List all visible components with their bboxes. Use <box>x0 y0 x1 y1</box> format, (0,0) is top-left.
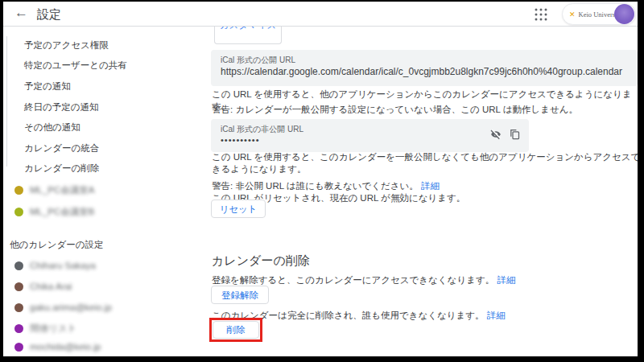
sidebar-calendar-item[interactable]: ML_PC会議室B <box>14 206 95 218</box>
sidebar-calendar-item[interactable]: ML_PC会議室A <box>14 184 95 196</box>
secret-url-description: この URL を使用すると、このカレンダーを一般公開しなくても他のアプリケーショ… <box>212 151 638 175</box>
sidebar-item-allday-notifications[interactable]: 終日の予定の通知 <box>24 101 99 113</box>
calendar-name-blurred: 間借リスト <box>30 323 76 335</box>
calendar-name-blurred: mochida@keio.jp <box>30 342 101 352</box>
details-link[interactable]: 詳細 <box>497 275 515 285</box>
reset-button[interactable]: リセット <box>211 200 266 218</box>
avatar[interactable] <box>614 4 634 24</box>
details-link[interactable]: 詳細 <box>421 181 440 191</box>
google-apps-grid-icon[interactable] <box>534 7 548 22</box>
account-pill[interactable]: ✕ Keio University <box>562 3 636 25</box>
app-header: ← 設定 ✕ Keio University <box>3 2 638 27</box>
sidebar-item-access-permissions[interactable]: 予定のアクセス権限 <box>24 39 109 51</box>
calendar-name-blurred: ML_PC会議室B <box>30 206 95 218</box>
delete-section-heading: カレンダーの削除 <box>212 253 310 269</box>
page-title: 設定 <box>37 7 61 23</box>
settings-main-panel: カスタマイズ iCal 形式の公開 URL https://calendar.g… <box>208 27 638 356</box>
sidebar-calendar-item[interactable]: gaku.arima@keio.jp <box>14 302 112 312</box>
sidebar-calendar-item[interactable]: Chiharu Sakaya <box>14 261 96 270</box>
sidebar-calendar-item[interactable]: 間借リスト <box>14 323 76 335</box>
keio-logo-icon: ✕ <box>569 10 576 19</box>
visibility-off-icon[interactable] <box>489 128 502 141</box>
customize-button[interactable]: カスタマイズ <box>214 27 282 44</box>
public-url-value[interactable]: https://calendar.google.com/calendar/ica… <box>221 66 631 77</box>
calendar-color-dot <box>14 208 23 216</box>
calendar-color-dot <box>14 303 23 312</box>
calendar-name-blurred: Chiharu Sakaya <box>30 261 96 270</box>
secret-url-label: iCal 形式の非公開 URL <box>221 124 303 135</box>
sidebar-calendar-item[interactable]: Chika Arai <box>14 282 72 291</box>
sidebar-indent-line <box>6 36 7 167</box>
sidebar-calendar-item[interactable]: mochida@keio.jp <box>14 342 101 352</box>
sidebar-item-event-notifications[interactable]: 予定の通知 <box>24 80 71 93</box>
calendar-color-dot <box>14 261 23 270</box>
details-link[interactable]: 詳細 <box>487 311 506 320</box>
delete-description: このカレンダーは完全に削除され、誰も使用できなくなります。 詳細 <box>212 310 506 322</box>
screenshot-frame: ← 設定 ✕ Keio University 予定のアクセス権限 <box>0 0 644 362</box>
public-ical-url-field: iCal 形式の公開 URL https://calendar.google.c… <box>211 50 638 86</box>
unsubscribe-button[interactable]: 登録解除 <box>211 286 269 304</box>
copy-icon[interactable] <box>509 128 521 141</box>
public-url-label: iCal 形式の公開 URL <box>221 55 295 66</box>
sidebar-item-share-with-users[interactable]: 特定のユーザーとの共有 <box>24 60 127 72</box>
other-calendars-section-title: 他のカレンダーの設定 <box>10 239 104 251</box>
calendar-name-blurred: ML_PC会議室A <box>30 184 95 196</box>
secret-url-warning: 警告: 非公開 URL は誰にも教えないでください。 詳細 <box>212 180 440 192</box>
settings-sidebar: 予定のアクセス権限 特定のユーザーとの共有 予定の通知 終日の予定の通知 その他… <box>3 27 208 356</box>
calendar-color-dot <box>14 324 23 333</box>
calendar-settings-window: ← 設定 ✕ Keio University 予定のアクセス権限 <box>3 2 638 356</box>
calendar-name-blurred: gaku.arima@keio.jp <box>30 302 112 312</box>
calendar-name-blurred: Chika Arai <box>30 282 72 291</box>
secret-url-masked-value: •••••••••• <box>221 135 260 145</box>
delete-button[interactable]: 削除 <box>213 321 259 339</box>
unsubscribe-description: 登録を解除すると、このカレンダーにアクセスできなくなります。 詳細 <box>212 274 515 286</box>
secret-ical-url-field: iCal 形式の非公開 URL •••••••••• <box>211 119 529 152</box>
calendar-color-dot <box>14 343 23 352</box>
public-url-warning: 警告: カレンダーが一般公開する設定になっていない場合、この URL は動作しま… <box>212 104 578 116</box>
sidebar-item-other-notifications[interactable]: その他の通知 <box>24 121 80 134</box>
sidebar-item-calendar-delete[interactable]: カレンダーの削除 <box>24 162 99 175</box>
back-arrow-icon[interactable]: ← <box>14 5 28 21</box>
sidebar-item-calendar-integration[interactable]: カレンダーの統合 <box>24 142 99 154</box>
calendar-color-dot <box>14 186 23 195</box>
calendar-color-dot <box>14 282 23 291</box>
